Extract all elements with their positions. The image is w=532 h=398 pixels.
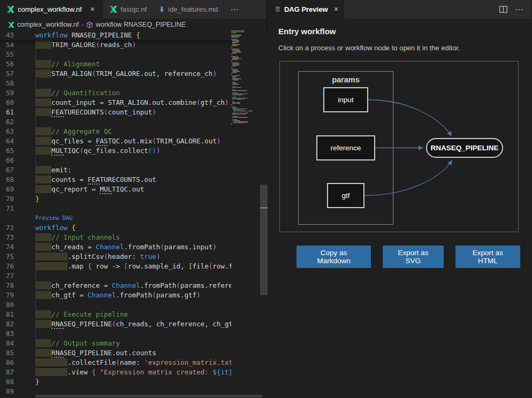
editor-line[interactable]: 55 xyxy=(0,50,268,59)
line-number: 84 xyxy=(0,339,14,348)
node-rnaseq-pipeline[interactable]: RNASEQ_PIPELINE xyxy=(426,138,503,158)
sticky-scroll-line[interactable]: 43 workflow RNASEQ_PIPELINE { xyxy=(0,30,268,40)
breadcrumb-file[interactable]: complex_workflow.nf xyxy=(17,21,79,28)
editor-line[interactable]: 57 STAR_ALIGN(TRIM_GALORE.out, reference… xyxy=(0,69,268,79)
editor-line[interactable]: 88} xyxy=(0,377,268,387)
more-actions-icon[interactable]: ⋯ xyxy=(515,5,523,14)
breadcrumb: complex_workflow.nf › workflow RNASEQ_PI… xyxy=(0,19,267,30)
editor-line[interactable]: 77 xyxy=(0,271,268,281)
editor-line[interactable]: 76 .map { row -> [row.sample_id, [file(r… xyxy=(0,262,268,271)
indent-guide xyxy=(35,271,36,281)
line-number: 72 xyxy=(0,223,14,233)
editor-line[interactable]: 72workflow { xyxy=(0,223,268,233)
editor-line[interactable]: 67 emit: xyxy=(0,165,268,175)
editor-line[interactable]: 59 // Quantification xyxy=(0,88,268,98)
panel-close-icon[interactable]: ✕ xyxy=(334,6,339,13)
tab-ide-features[interactable]: ⬇ ide_features.md xyxy=(153,0,224,19)
editor-line[interactable]: 75 .splitCsv(header: true) xyxy=(0,252,268,262)
line-number: 64 xyxy=(0,136,14,146)
line-content: // Aggregate QC xyxy=(35,127,112,136)
line-content: .view { "Expression matrix created: ${it… xyxy=(35,368,245,377)
panel-body: Entry workflow Click on a process or wor… xyxy=(268,19,531,268)
editor-line[interactable]: 66 xyxy=(0,156,268,165)
horizontal-scrollbar-thumb[interactable] xyxy=(35,395,262,397)
tab-label: ide_features.md xyxy=(168,5,218,13)
editor-line[interactable]: 71 xyxy=(0,204,268,213)
copy-as-markdown-button[interactable]: Copy as Markdown xyxy=(297,246,371,268)
tab-fastqc[interactable]: fastqc.nf xyxy=(103,0,153,19)
line-number: 60 xyxy=(0,98,14,108)
editor-line[interactable]: 70} xyxy=(0,194,268,204)
editor-line[interactable]: 79 ch_gtf = Channel.fromPath(params.gtf) xyxy=(0,290,268,300)
line-number: 82 xyxy=(0,319,14,329)
tab-complex-workflow[interactable]: complex_workflow.nf ✕ xyxy=(0,0,103,19)
minimap[interactable] xyxy=(231,30,260,398)
tab-close-icon[interactable]: ✕ xyxy=(88,6,97,13)
indent-guide xyxy=(35,156,36,165)
editor-line[interactable]: 80 xyxy=(0,300,268,310)
editor-line[interactable]: 74 ch_reads = Channel.fromPath(params.in… xyxy=(0,242,268,252)
export-as-html-button[interactable]: Export as HTML xyxy=(455,246,520,268)
editor-line[interactable]: 86 .collectFile(name: 'expression_matrix… xyxy=(0,358,268,368)
editor-line[interactable]: 56 // Alignment xyxy=(0,59,268,69)
node-input[interactable]: input xyxy=(323,87,368,112)
editor-group: complex_workflow.nf ✕ fastqc.nf ⬇ ide_fe… xyxy=(0,0,268,398)
line-number: 61 xyxy=(0,108,14,117)
tab-overflow-button[interactable]: ⋯ xyxy=(224,0,245,19)
editor-line[interactable]: 87 .view { "Expression matrix created: $… xyxy=(0,368,268,377)
editor-line[interactable]: 73 // Input channels xyxy=(0,233,268,242)
line-number: 74 xyxy=(0,242,14,252)
editor-line[interactable]: 85 RNASEQ_PIPELINE.out.counts xyxy=(0,348,268,358)
line-number: 76 xyxy=(0,262,14,271)
dag-preview-panel: ☰ DAG Preview ✕ ⋯ Entry workflow Click o… xyxy=(268,0,531,398)
split-editor-icon[interactable] xyxy=(499,6,507,13)
line-number: 57 xyxy=(0,69,14,79)
line-content: } xyxy=(35,194,40,204)
line-number: 58 xyxy=(0,79,14,88)
line-number: 86 xyxy=(0,358,14,368)
editor-line[interactable]: 63 // Aggregate QC xyxy=(0,127,268,136)
editor-line[interactable]: 78 ch_reference = Channel.fromPath(param… xyxy=(0,281,268,290)
editor-line[interactable]: 64 qc_files = FASTQC.out.mix(TRIM_GALORE… xyxy=(0,136,268,146)
editor-line[interactable]: 82 RNASEQ_PIPELINE(ch_reads, ch_referenc… xyxy=(0,319,268,329)
markdown-arrow-icon: ⬇ xyxy=(159,5,165,13)
node-gtf[interactable]: gtf xyxy=(327,183,364,208)
line-number: 69 xyxy=(0,185,14,194)
breadcrumb-symbol[interactable]: workflow RNASEQ_PIPELINE xyxy=(96,21,186,28)
line-number: 63 xyxy=(0,127,14,136)
nextflow-icon xyxy=(6,6,14,13)
codelens-preview-dag[interactable]: Preview DAG xyxy=(0,213,268,223)
editor-line[interactable]: 65 MULTIQC(qc_files.collect()) xyxy=(0,146,268,156)
symbol-cube-icon xyxy=(86,21,93,28)
vertical-scrollbar-thumb[interactable] xyxy=(260,185,268,295)
editor-line[interactable]: 62 xyxy=(0,117,268,127)
editor-line[interactable]: 68 counts = FEATURECOUNTS.out xyxy=(0,175,268,185)
export-buttons: Copy as Markdown Export as SVG Export as… xyxy=(297,246,520,268)
editor-line[interactable]: 58 xyxy=(0,79,268,88)
vscode-window: complex_workflow.nf ✕ fastqc.nf ⬇ ide_fe… xyxy=(0,0,532,398)
editor-line[interactable]: 84 // Output summary xyxy=(0,339,268,348)
editor-tabbar: complex_workflow.nf ✕ fastqc.nf ⬇ ide_fe… xyxy=(0,0,267,19)
code-editor[interactable]: 43 workflow RNASEQ_PIPELINE { 54 TRIM_GA… xyxy=(0,30,268,398)
editor-line[interactable]: 61 FEATURECOUNTS(count_input) xyxy=(0,108,268,117)
tab-label: complex_workflow.nf xyxy=(18,5,82,13)
line-number: 77 xyxy=(0,271,14,281)
panel-tab-label: DAG Preview xyxy=(284,5,328,13)
editor-line[interactable]: 81 // Execute pipeline xyxy=(0,310,268,319)
line-content xyxy=(35,156,36,165)
line-number: 89 xyxy=(0,387,14,396)
tab-label: fastqc.nf xyxy=(120,5,147,13)
editor-line[interactable]: 54 TRIM_GALORE(reads_ch) xyxy=(0,40,268,50)
line-content: RNASEQ_PIPELINE(ch_reads, ch_reference, … xyxy=(35,319,241,329)
editor-line[interactable]: 83 xyxy=(0,329,268,339)
line-number: 55 xyxy=(0,50,14,59)
line-content: ch_reads = Channel.fromPath(params.input… xyxy=(35,242,217,252)
editor-line[interactable]: 69 qc_report = MULTIQC.out xyxy=(0,185,268,194)
editor-line[interactable]: 60 count_input = STAR_ALIGN.out.combine(… xyxy=(0,98,268,108)
tab-dag-preview[interactable]: ☰ DAG Preview ✕ xyxy=(268,0,344,19)
line-number: 73 xyxy=(0,233,14,242)
line-content: .splitCsv(header: true) xyxy=(35,252,160,262)
node-reference[interactable]: reference xyxy=(316,135,375,160)
export-as-svg-button[interactable]: Export as SVG xyxy=(383,246,443,268)
line-number: 81 xyxy=(0,310,14,319)
